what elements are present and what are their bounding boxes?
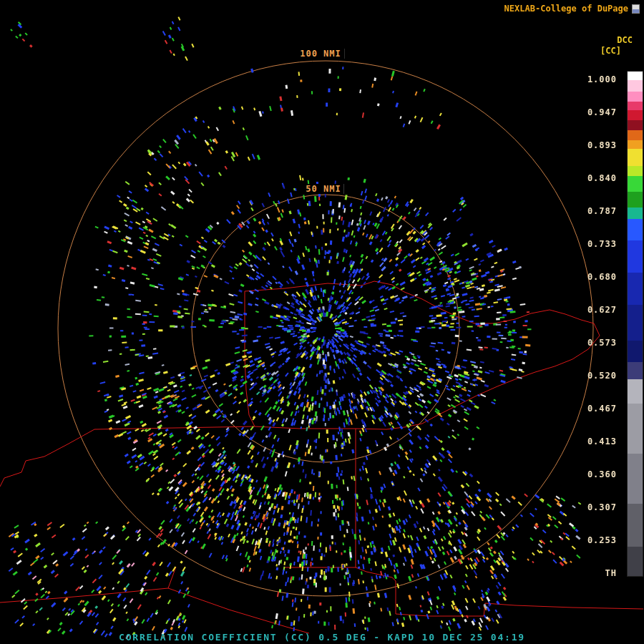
colorbar-tick-label: 0.787	[587, 206, 617, 216]
product-code-label: DCC	[617, 35, 633, 45]
colorbar-segment	[628, 72, 643, 80]
colorbar-segment	[628, 140, 643, 149]
colorbar-segment	[628, 120, 643, 130]
colorbar-tick-label: 0.467	[587, 404, 617, 414]
colorbar-tick-label: 0.627	[587, 305, 617, 315]
colorbar-tick-label: 0.680	[587, 272, 617, 282]
radar-display: NEXLAB-College of DuPage DCC [CC] 1.0000…	[0, 0, 644, 644]
colorbar-tick-label: 0.253	[587, 535, 617, 545]
colorbar-tick-label: TH	[605, 568, 617, 578]
colorbar-tick-label: 0.360	[587, 469, 617, 479]
colorbar	[628, 72, 643, 576]
colorbar-segment	[628, 92, 643, 102]
range-ring-label: 100 NMI	[297, 49, 344, 59]
colorbar-tick-label: 1.000	[587, 74, 617, 84]
product-caption: CORRELATION COEFFICIENT (CC) 0.5 DEG - K…	[0, 632, 644, 643]
colorbar-segment	[628, 80, 643, 92]
colorbar-segment	[628, 305, 643, 341]
product-unit-label: [CC]	[600, 46, 621, 56]
colorbar-tick-label: 0.893	[587, 140, 617, 150]
colorbar-segment	[628, 547, 643, 576]
colorbar-segment	[628, 219, 643, 240]
colorbar-segment	[628, 240, 643, 273]
colorbar-segment	[628, 273, 643, 305]
colorbar-tick-label: 0.307	[587, 502, 617, 512]
colorbar-segment	[628, 176, 643, 192]
header: NEXLAB-College of DuPage	[504, 4, 640, 14]
colorbar-segment	[628, 379, 643, 404]
colorbar-tick-label: 0.413	[587, 436, 617, 447]
colorbar-segment	[628, 504, 643, 547]
radar-canvas	[0, 0, 644, 644]
colorbar-segment	[628, 110, 643, 120]
colorbar-tick-label: 0.840	[587, 173, 617, 183]
colorbar-segment	[628, 130, 643, 140]
page-title: NEXLAB-College of DuPage	[504, 4, 628, 14]
colorbar-segment	[628, 404, 643, 454]
colorbar-segment	[628, 192, 643, 208]
colorbar-tick-label: 0.733	[587, 239, 617, 249]
colorbar-segment	[628, 102, 643, 110]
colorbar-segment	[628, 149, 643, 166]
colorbar-segment	[628, 454, 643, 504]
colorbar-segment	[628, 362, 643, 379]
colorbar-tick-label: 0.573	[587, 338, 617, 348]
nexlab-logo-icon	[632, 4, 640, 14]
colorbar-tick-label: 0.520	[587, 371, 617, 381]
colorbar-tick-label: 0.947	[587, 107, 617, 117]
colorbar-segment	[628, 341, 643, 362]
range-ring-label: 50 NMI	[303, 184, 343, 194]
colorbar-segment	[628, 166, 643, 176]
colorbar-segment	[628, 208, 643, 219]
